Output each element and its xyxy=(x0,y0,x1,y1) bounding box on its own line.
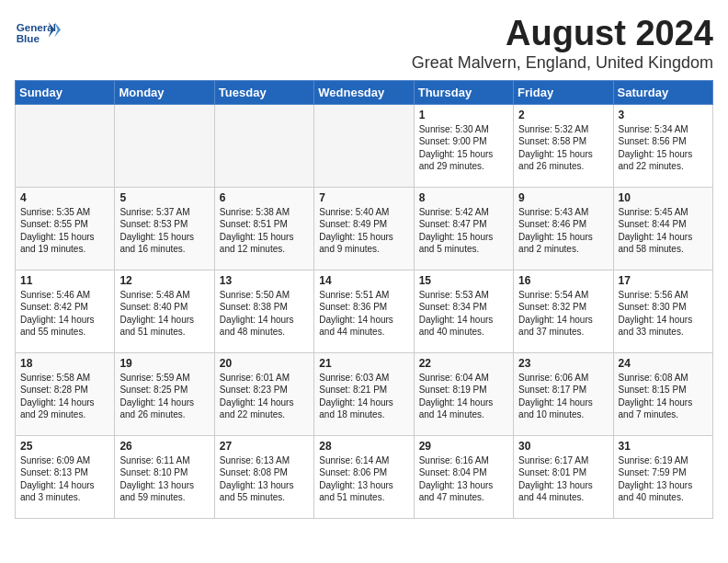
day-info: Sunrise: 6:16 AM Sunset: 8:04 PM Dayligh… xyxy=(419,454,508,504)
calendar-week-row: 25Sunrise: 6:09 AM Sunset: 8:13 PM Dayli… xyxy=(16,435,713,518)
calendar-cell: 27Sunrise: 6:13 AM Sunset: 8:08 PM Dayli… xyxy=(214,435,313,518)
calendar-cell: 8Sunrise: 5:42 AM Sunset: 8:47 PM Daylig… xyxy=(414,187,513,270)
day-info: Sunrise: 6:08 AM Sunset: 8:15 PM Dayligh… xyxy=(619,372,708,421)
calendar-cell: 20Sunrise: 6:01 AM Sunset: 8:23 PM Dayli… xyxy=(214,352,313,435)
day-info: Sunrise: 5:50 AM Sunset: 8:38 PM Dayligh… xyxy=(220,289,309,339)
day-info: Sunrise: 6:14 AM Sunset: 8:06 PM Dayligh… xyxy=(319,454,408,504)
calendar-cell: 25Sunrise: 6:09 AM Sunset: 8:13 PM Dayli… xyxy=(16,435,115,518)
day-number: 6 xyxy=(220,191,309,204)
day-number: 4 xyxy=(20,191,109,204)
day-number: 30 xyxy=(518,440,608,453)
day-number: 31 xyxy=(619,440,708,453)
calendar-cell: 29Sunrise: 6:16 AM Sunset: 8:04 PM Dayli… xyxy=(414,435,513,518)
day-number: 16 xyxy=(518,274,608,287)
calendar-cell: 24Sunrise: 6:08 AM Sunset: 8:15 PM Dayli… xyxy=(613,352,712,435)
day-info: Sunrise: 6:01 AM Sunset: 8:23 PM Dayligh… xyxy=(220,372,309,421)
calendar-cell: 2Sunrise: 5:32 AM Sunset: 8:58 PM Daylig… xyxy=(514,104,613,187)
day-number: 13 xyxy=(220,274,309,287)
day-number: 14 xyxy=(319,274,408,287)
calendar-cell: 3Sunrise: 5:34 AM Sunset: 8:56 PM Daylig… xyxy=(613,104,712,187)
day-number: 26 xyxy=(119,440,209,453)
day-info: Sunrise: 5:58 AM Sunset: 8:28 PM Dayligh… xyxy=(20,372,109,421)
day-info: Sunrise: 5:43 AM Sunset: 8:46 PM Dayligh… xyxy=(518,206,608,256)
day-number: 3 xyxy=(619,109,708,121)
day-header-sunday: Sunday xyxy=(16,80,115,104)
day-number: 17 xyxy=(619,274,708,287)
day-number: 29 xyxy=(419,440,508,453)
calendar-cell: 23Sunrise: 6:06 AM Sunset: 8:17 PM Dayli… xyxy=(514,352,613,435)
calendar-cell: 12Sunrise: 5:48 AM Sunset: 8:40 PM Dayli… xyxy=(115,270,214,352)
day-info: Sunrise: 5:40 AM Sunset: 8:49 PM Dayligh… xyxy=(319,206,408,256)
day-info: Sunrise: 5:37 AM Sunset: 8:53 PM Dayligh… xyxy=(119,206,209,256)
calendar-week-row: 1Sunrise: 5:30 AM Sunset: 9:00 PM Daylig… xyxy=(16,104,713,187)
day-number: 1 xyxy=(419,109,508,121)
day-number: 22 xyxy=(419,357,508,370)
title-area: August 2024 Great Malvern, England, Unit… xyxy=(412,15,713,73)
day-info: Sunrise: 5:32 AM Sunset: 8:58 PM Dayligh… xyxy=(518,123,608,173)
calendar-cell: 16Sunrise: 5:54 AM Sunset: 8:32 PM Dayli… xyxy=(514,270,613,352)
day-info: Sunrise: 6:13 AM Sunset: 8:08 PM Dayligh… xyxy=(220,454,309,504)
svg-text:Blue: Blue xyxy=(17,32,40,44)
calendar-cell xyxy=(16,104,115,187)
calendar-cell: 11Sunrise: 5:46 AM Sunset: 8:42 PM Dayli… xyxy=(16,270,115,352)
calendar-cell: 5Sunrise: 5:37 AM Sunset: 8:53 PM Daylig… xyxy=(115,187,214,270)
calendar-table: SundayMondayTuesdayWednesdayThursdayFrid… xyxy=(15,80,713,519)
calendar-cell: 22Sunrise: 6:04 AM Sunset: 8:19 PM Dayli… xyxy=(414,352,513,435)
calendar-cell xyxy=(214,104,313,187)
calendar-body: 1Sunrise: 5:30 AM Sunset: 9:00 PM Daylig… xyxy=(16,104,713,518)
calendar-cell: 21Sunrise: 6:03 AM Sunset: 8:21 PM Dayli… xyxy=(314,352,414,435)
calendar-header-row: SundayMondayTuesdayWednesdayThursdayFrid… xyxy=(16,80,713,104)
day-header-monday: Monday xyxy=(115,80,214,104)
calendar-cell: 13Sunrise: 5:50 AM Sunset: 8:38 PM Dayli… xyxy=(214,270,313,352)
calendar-cell: 15Sunrise: 5:53 AM Sunset: 8:34 PM Dayli… xyxy=(414,270,513,352)
calendar-cell xyxy=(314,104,414,187)
day-number: 8 xyxy=(419,191,508,204)
day-number: 7 xyxy=(319,191,408,204)
day-info: Sunrise: 5:51 AM Sunset: 8:36 PM Dayligh… xyxy=(319,289,408,339)
day-number: 12 xyxy=(119,274,209,287)
day-info: Sunrise: 5:34 AM Sunset: 8:56 PM Dayligh… xyxy=(619,123,708,173)
day-number: 25 xyxy=(20,440,109,453)
calendar-cell: 6Sunrise: 5:38 AM Sunset: 8:51 PM Daylig… xyxy=(214,187,313,270)
calendar-cell: 1Sunrise: 5:30 AM Sunset: 9:00 PM Daylig… xyxy=(414,104,513,187)
day-info: Sunrise: 6:03 AM Sunset: 8:21 PM Dayligh… xyxy=(319,372,408,421)
day-header-thursday: Thursday xyxy=(414,80,513,104)
day-number: 11 xyxy=(20,274,109,287)
svg-text:General: General xyxy=(17,21,56,33)
day-info: Sunrise: 5:30 AM Sunset: 9:00 PM Dayligh… xyxy=(419,123,508,173)
calendar-week-row: 11Sunrise: 5:46 AM Sunset: 8:42 PM Dayli… xyxy=(16,270,713,352)
calendar-cell: 17Sunrise: 5:56 AM Sunset: 8:30 PM Dayli… xyxy=(613,270,712,352)
day-info: Sunrise: 5:45 AM Sunset: 8:44 PM Dayligh… xyxy=(619,206,708,256)
day-info: Sunrise: 5:48 AM Sunset: 8:40 PM Dayligh… xyxy=(119,289,209,339)
day-info: Sunrise: 5:54 AM Sunset: 8:32 PM Dayligh… xyxy=(518,289,608,339)
day-info: Sunrise: 6:19 AM Sunset: 7:59 PM Dayligh… xyxy=(619,454,708,504)
day-number: 24 xyxy=(619,357,708,370)
day-number: 23 xyxy=(518,357,608,370)
day-info: Sunrise: 6:09 AM Sunset: 8:13 PM Dayligh… xyxy=(20,454,109,504)
day-number: 15 xyxy=(419,274,508,287)
logo: General Blue xyxy=(15,15,61,55)
day-number: 28 xyxy=(319,440,408,453)
day-info: Sunrise: 6:17 AM Sunset: 8:01 PM Dayligh… xyxy=(518,454,608,504)
calendar-cell: 4Sunrise: 5:35 AM Sunset: 8:55 PM Daylig… xyxy=(16,187,115,270)
day-header-saturday: Saturday xyxy=(613,80,712,104)
calendar-cell: 18Sunrise: 5:58 AM Sunset: 8:28 PM Dayli… xyxy=(16,352,115,435)
day-header-friday: Friday xyxy=(514,80,613,104)
calendar-cell: 19Sunrise: 5:59 AM Sunset: 8:25 PM Dayli… xyxy=(115,352,214,435)
location-title: Great Malvern, England, United Kingdom xyxy=(412,53,713,73)
calendar-week-row: 18Sunrise: 5:58 AM Sunset: 8:28 PM Dayli… xyxy=(16,352,713,435)
calendar-cell: 9Sunrise: 5:43 AM Sunset: 8:46 PM Daylig… xyxy=(514,187,613,270)
day-info: Sunrise: 6:06 AM Sunset: 8:17 PM Dayligh… xyxy=(518,372,608,421)
day-number: 5 xyxy=(119,191,209,204)
day-info: Sunrise: 5:42 AM Sunset: 8:47 PM Dayligh… xyxy=(419,206,508,256)
calendar-cell xyxy=(115,104,214,187)
day-header-tuesday: Tuesday xyxy=(214,80,313,104)
day-info: Sunrise: 5:59 AM Sunset: 8:25 PM Dayligh… xyxy=(119,372,209,421)
calendar-week-row: 4Sunrise: 5:35 AM Sunset: 8:55 PM Daylig… xyxy=(16,187,713,270)
calendar-cell: 14Sunrise: 5:51 AM Sunset: 8:36 PM Dayli… xyxy=(314,270,414,352)
day-info: Sunrise: 5:46 AM Sunset: 8:42 PM Dayligh… xyxy=(20,289,109,339)
calendar-cell: 30Sunrise: 6:17 AM Sunset: 8:01 PM Dayli… xyxy=(514,435,613,518)
day-number: 21 xyxy=(319,357,408,370)
month-title: August 2024 xyxy=(412,15,713,53)
day-number: 2 xyxy=(518,109,608,121)
